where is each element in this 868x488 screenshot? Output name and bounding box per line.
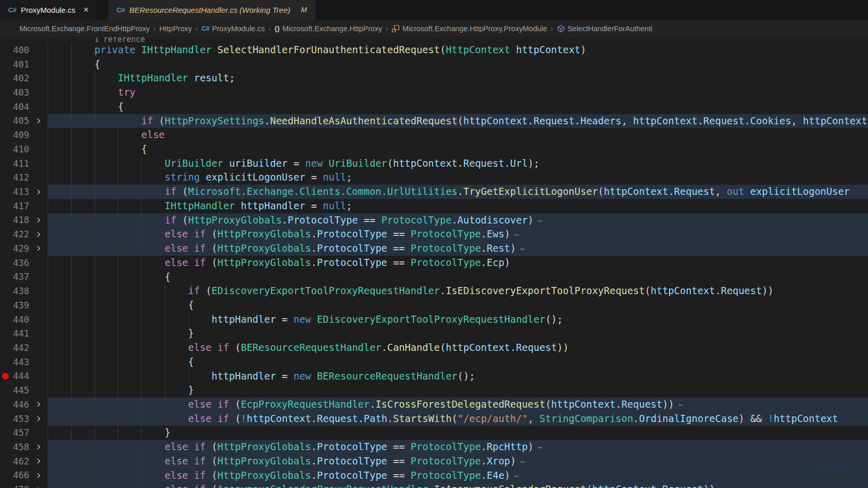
breadcrumb-item[interactable]: Microsoft.Exchange.FrontEndHttpProxy (19, 25, 150, 33)
code-text[interactable]: { (48, 298, 868, 313)
folded-ellipsis[interactable]: ⋯ (514, 230, 519, 239)
code-line[interactable]: 443 { (0, 355, 868, 369)
code-line[interactable]: 417 IHttpHandler httpHandler = null; (0, 199, 868, 213)
gutter[interactable]: 446 (0, 397, 48, 412)
code-line[interactable]: 436 else if (HttpProxyGlobals.ProtocolTy… (0, 256, 868, 270)
code-line[interactable]: 457 } (0, 426, 868, 440)
code-line[interactable]: 418 if (HttpProxyGlobals.ProtocolType ==… (0, 213, 868, 228)
tab-beresourcerequesthandler[interactable]: C# BEResourceRequestHandler.cs (Working … (108, 0, 315, 19)
code-text[interactable]: { (48, 100, 868, 114)
gutter[interactable]: 412 (0, 170, 48, 185)
code-line[interactable]: 466 else if (HttpProxyGlobals.ProtocolTy… (0, 469, 868, 483)
code-text[interactable]: if (HttpProxyGlobals.ProtocolType == Pro… (48, 213, 868, 228)
code-text[interactable]: else if (HttpProxyGlobals.ProtocolType =… (48, 440, 868, 454)
gutter[interactable]: 462 (0, 454, 48, 469)
code-line[interactable]: 458 else if (HttpProxyGlobals.ProtocolTy… (0, 440, 868, 454)
fold-chevron-icon[interactable] (31, 216, 46, 224)
code-text[interactable]: httpHandler = new EDiscoveryExportToolPr… (48, 313, 868, 327)
code-text[interactable]: if (HttpProxySettings.NeedHandleAsAuthen… (48, 114, 868, 128)
fold-chevron-icon[interactable] (31, 188, 46, 196)
code-text[interactable]: string explicitLogonUser = null; (48, 170, 868, 185)
tab-proxymodule[interactable]: C# ProxyModule.cs ✕ (0, 0, 97, 19)
fold-chevron-icon[interactable] (31, 401, 46, 408)
fold-chevron-icon[interactable] (31, 486, 46, 488)
gutter[interactable]: 442 (0, 341, 48, 355)
code-line[interactable]: 402 IHttpHandler result; (0, 71, 868, 85)
code-line[interactable]: 404 { (0, 100, 868, 114)
gutter[interactable]: 437 (0, 270, 48, 284)
gutter[interactable]: 411 (0, 157, 48, 171)
folded-ellipsis[interactable]: ⋯ (538, 216, 543, 226)
code-line[interactable]: 429 else if (HttpProxyGlobals.ProtocolTy… (0, 241, 868, 256)
code-line[interactable]: 445 } (0, 383, 868, 397)
code-text[interactable]: else if (EcpProxyRequestHandler.IsCrossF… (48, 397, 868, 412)
gutter[interactable]: 402 (0, 71, 48, 85)
code-line[interactable]: 440 httpHandler = new EDiscoveryExportTo… (0, 313, 868, 327)
folded-ellipsis[interactable]: ⋯ (538, 443, 543, 452)
code-line[interactable]: 422 else if (HttpProxyGlobals.ProtocolTy… (0, 227, 868, 241)
code-text[interactable]: UriBuilder uriBuilder = new UriBuilder(h… (48, 157, 868, 171)
gutter[interactable]: 403 (0, 85, 48, 100)
code-text[interactable]: } (48, 426, 868, 440)
code-line[interactable]: 409 else (0, 128, 868, 142)
fold-chevron-icon[interactable] (31, 245, 46, 252)
codelens[interactable]: 1 reference (0, 37, 868, 43)
gutter[interactable]: 409 (0, 128, 48, 142)
breadcrumb-item[interactable]: {}Microsoft.Exchange.HttpProxy (274, 25, 382, 33)
gutter[interactable]: 401 (0, 57, 48, 72)
code-text[interactable]: } (48, 326, 868, 341)
code-text[interactable]: IHttpHandler httpHandler = null; (48, 199, 868, 213)
code-line[interactable]: 446 else if (EcpProxyRequestHandler.IsCr… (0, 397, 868, 412)
gutter[interactable]: 429 (0, 241, 48, 256)
code-text[interactable]: { (48, 355, 868, 369)
gutter[interactable]: 445 (0, 383, 48, 397)
gutter[interactable]: 422 (0, 227, 48, 241)
code-line[interactable]: 442 else if (BEResourceRequestHandler.Ca… (0, 341, 868, 355)
code-line[interactable]: 441 } (0, 326, 868, 341)
code-text[interactable]: httpHandler = new BEResourceRequestHandl… (48, 369, 868, 384)
gutter[interactable]: 444 (0, 369, 48, 384)
code-text[interactable]: else (48, 128, 868, 142)
code-line[interactable]: 437 { (0, 270, 868, 284)
code-line[interactable]: 411 UriBuilder uriBuilder = new UriBuild… (0, 157, 868, 171)
breadcrumb-item[interactable]: HttpProxy (159, 25, 192, 33)
code-text[interactable]: if (Microsoft.Exchange.Clients.Common.Ur… (48, 185, 868, 199)
code-text[interactable]: else if (HttpProxyGlobals.ProtocolType =… (48, 256, 868, 270)
code-line[interactable]: 412 string explicitLogonUser = null; (0, 170, 868, 185)
code-text[interactable]: IHttpHandler result; (48, 71, 868, 85)
code-text[interactable]: try (48, 85, 868, 100)
code-text[interactable]: else if (AnonymousCalendarProxyRequestHa… (48, 482, 868, 488)
gutter[interactable]: 457 (0, 426, 48, 440)
folded-ellipsis[interactable]: ⋯ (514, 472, 519, 481)
gutter[interactable]: 443 (0, 355, 48, 369)
folded-ellipsis[interactable]: ⋯ (520, 457, 525, 467)
close-icon[interactable]: ✕ (83, 6, 89, 14)
gutter[interactable]: 400 (0, 43, 48, 57)
editor[interactable]: 1 reference 400 private IHttpHandler Sel… (0, 37, 868, 488)
breadcrumb-item[interactable]: C#ProxyModule.cs (202, 25, 265, 33)
codelens-label[interactable]: 1 reference (94, 37, 145, 43)
gutter[interactable]: 441 (0, 326, 48, 341)
code-text[interactable]: if (EDiscoveryExportToolProxyRequestHand… (48, 284, 868, 298)
gutter[interactable]: 404 (0, 100, 48, 114)
fold-chevron-icon[interactable] (31, 457, 46, 465)
code-text[interactable]: else if (BEResourceRequestHandler.CanHan… (48, 341, 868, 355)
code-line[interactable]: 401 { (0, 57, 868, 72)
fold-chevron-icon[interactable] (31, 443, 46, 451)
code-line[interactable]: 400 private IHttpHandler SelectHandlerFo… (0, 43, 868, 57)
fold-chevron-icon[interactable] (31, 231, 46, 238)
gutter[interactable]: 439 (0, 298, 48, 313)
code-line[interactable]: 405 if (HttpProxySettings.NeedHandleAsAu… (0, 114, 868, 128)
code-text[interactable]: else if (HttpProxyGlobals.ProtocolType =… (48, 454, 868, 469)
gutter[interactable]: 470 (0, 482, 48, 488)
code-line[interactable]: 470 else if (AnonymousCalendarProxyReque… (0, 482, 868, 488)
code-text[interactable]: private IHttpHandler SelectHandlerForUna… (48, 43, 868, 57)
code-line[interactable]: 438 if (EDiscoveryExportToolProxyRequest… (0, 284, 868, 298)
fold-chevron-icon[interactable] (31, 117, 46, 125)
code-line[interactable]: 403 try (0, 85, 868, 100)
gutter[interactable]: 418 (0, 213, 48, 228)
breadcrumb-item[interactable]: Microsoft.Exchange.HttpProxy.ProxyModule (392, 25, 547, 33)
folded-ellipsis[interactable]: ⋯ (678, 401, 683, 410)
code-text[interactable]: else if (HttpProxyGlobals.ProtocolType =… (48, 469, 868, 483)
gutter[interactable]: 405 (0, 114, 48, 128)
